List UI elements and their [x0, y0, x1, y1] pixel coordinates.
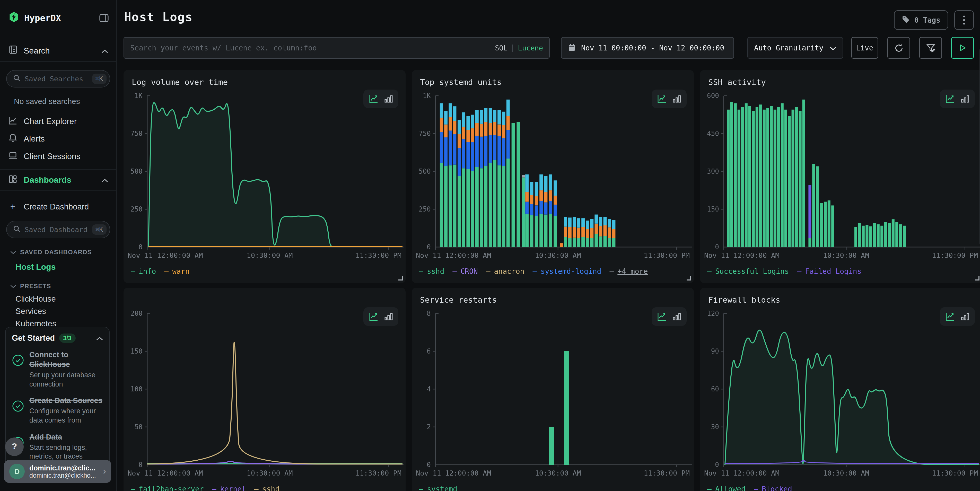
x-axis-label: 11:30:00 PM	[644, 251, 690, 259]
legend-item[interactable]: —Allowed	[707, 485, 746, 491]
chart-panel-chart-3: 200150100500Nov 11 12:00:00 AM10:30:00 A…	[124, 288, 406, 491]
bar-chart-icon[interactable]	[672, 94, 681, 103]
chevron-down-icon	[10, 249, 16, 256]
legend-swatch: —	[452, 267, 457, 275]
line-chart-icon[interactable]	[657, 311, 667, 322]
legend-item[interactable]: —info	[131, 267, 156, 275]
x-axis-label: 10:30:00 AM	[535, 251, 581, 259]
y-axis-tick: 250	[130, 205, 143, 213]
sidebar-item-clickhouse[interactable]: ClickHouse	[0, 293, 116, 305]
search-journal-icon	[8, 45, 18, 57]
sql-mode-toggle[interactable]: SQL	[495, 44, 508, 52]
bar-chart-icon[interactable]	[672, 312, 681, 321]
sidebar-item-client-sessions[interactable]: Client Sessions	[0, 148, 116, 165]
legend-item[interactable]: —Blocked	[754, 485, 792, 491]
get-started-step-sources[interactable]: Create Data Sources Configure where your…	[12, 396, 103, 425]
chevron-down-icon	[830, 44, 837, 52]
panel-resize-handle[interactable]	[398, 276, 403, 281]
sidebar-item-label: Alerts	[24, 134, 45, 144]
chart-panel-ssh-activity: SSH activity6004503001500Nov 11 12:00:00…	[700, 70, 980, 283]
legend-item[interactable]: —Successful Logins	[707, 267, 789, 275]
chart-plot[interactable]: 1K7505002500	[412, 91, 694, 251]
chart-plot[interactable]: 86420	[412, 308, 694, 469]
y-axis-tick: 120	[707, 310, 719, 317]
sidebar-item-chart-explorer[interactable]: Chart Explorer	[0, 113, 116, 130]
legend-item[interactable]: —+4 more	[609, 267, 648, 275]
line-chart-icon[interactable]	[369, 311, 379, 322]
y-axis-tick: 100	[130, 385, 143, 393]
line-chart-icon[interactable]	[945, 94, 955, 104]
sidebar-item-dashboards[interactable]: Dashboards	[0, 169, 116, 191]
legend-item[interactable]: —systemd-logind	[533, 267, 601, 275]
bar-chart-icon[interactable]	[961, 94, 970, 103]
line-chart-icon[interactable]	[369, 94, 379, 104]
x-axis-label: 10:30:00 AM	[823, 251, 869, 259]
sidebar-item-label: Chart Explorer	[24, 117, 77, 126]
saved-dashboards-input[interactable]	[25, 226, 88, 234]
panel-resize-handle[interactable]	[975, 276, 980, 281]
legend-item[interactable]: —Failed Logins	[797, 267, 861, 275]
sidebar-item-host-logs[interactable]: Host Logs	[0, 260, 116, 274]
x-axis-label: Nov 11 12:00:00 AM	[704, 469, 780, 477]
sidebar-item-alerts[interactable]: Alerts	[0, 130, 116, 148]
chart-plot[interactable]: 1209060300	[700, 308, 980, 469]
tags-button[interactable]: 0 Tags	[894, 10, 948, 30]
saved-dashboards-section-header[interactable]: SAVED DASHBOARDS	[10, 249, 116, 256]
sidebar-collapse-icon[interactable]	[99, 13, 109, 23]
line-chart-icon[interactable]	[945, 311, 955, 322]
legend-item[interactable]: —CRON	[452, 267, 478, 275]
dashboards-grid-icon	[8, 175, 18, 186]
legend-item[interactable]: —anacron	[486, 267, 525, 275]
help-button[interactable]: ?	[5, 437, 24, 456]
y-axis-tick: 0	[715, 243, 719, 251]
saved-searches-input[interactable]	[25, 75, 88, 83]
presets-section-header[interactable]: PRESETS	[10, 283, 116, 290]
panel-resize-handle[interactable]	[687, 276, 691, 281]
lucene-mode-toggle[interactable]: Lucene	[518, 44, 543, 52]
event-search-box[interactable]: SQL | Lucene	[124, 37, 550, 59]
legend-item[interactable]: —warn	[164, 267, 189, 275]
legend-item[interactable]: —kernel	[212, 485, 246, 491]
y-axis-tick: 60	[711, 385, 719, 393]
y-axis-tick: 50	[135, 423, 143, 431]
legend-item[interactable]: —systemd	[419, 485, 457, 491]
time-range-picker[interactable]: Nov 11 00:00:00 - Nov 12 00:00:00	[561, 37, 734, 59]
legend-item[interactable]: —fail2ban-server	[131, 485, 204, 491]
bar-chart-icon[interactable]	[384, 94, 393, 103]
saved-dashboards-searchbox[interactable]: ⌘K	[6, 221, 110, 238]
panel-menu-button[interactable]	[954, 10, 974, 30]
sidebar-item-services[interactable]: Services	[0, 305, 116, 318]
chart-plot[interactable]: 200150100500	[124, 308, 406, 469]
create-dashboard-button[interactable]: + Create Dashboard	[0, 198, 116, 216]
filter-button[interactable]	[919, 37, 942, 59]
granularity-select[interactable]: Auto Granularity	[747, 37, 843, 59]
line-chart-icon[interactable]	[657, 94, 667, 104]
get-started-step-add-data[interactable]: Add Data Start sending logs, metrics, or…	[12, 432, 103, 461]
run-query-button[interactable]	[951, 37, 974, 59]
sidebar-item-label: Search	[24, 46, 50, 55]
legend-label: kernel	[220, 485, 246, 491]
get-started-step-connect[interactable]: Connect to ClickHouse Set up your databa…	[12, 350, 103, 389]
chart-type-toggle	[652, 307, 687, 326]
event-search-input[interactable]	[130, 44, 495, 52]
user-menu[interactable]: D dominic.tran@clic... dominic.tran@clic…	[4, 460, 111, 483]
sidebar-item-search[interactable]: Search	[0, 40, 116, 62]
saved-searches-searchbox[interactable]: ⌘K	[6, 70, 110, 87]
chart-plot[interactable]: 6004503001500	[700, 91, 980, 251]
y-axis-tick: 250	[419, 205, 431, 213]
bar-chart-icon[interactable]	[961, 312, 970, 321]
chart-plot[interactable]: 1K7505002500	[124, 91, 406, 251]
legend-item[interactable]: —sshd	[254, 485, 280, 491]
get-started-progress-badge: 3/3	[59, 334, 75, 343]
bar-chart-icon[interactable]	[384, 312, 393, 321]
legend-item[interactable]: —sshd	[419, 267, 444, 275]
check-circle-icon	[12, 350, 24, 389]
live-button[interactable]: Live	[851, 37, 878, 59]
legend-swatch: —	[707, 267, 711, 275]
refresh-button[interactable]	[887, 37, 910, 59]
y-axis-tick: 0	[138, 461, 143, 469]
sidebar-item-label: Client Sessions	[24, 152, 81, 161]
chevron-up-icon[interactable]	[96, 334, 103, 343]
x-axis-label: 10:30:00 AM	[247, 251, 293, 259]
y-axis-tick: 500	[130, 167, 143, 175]
